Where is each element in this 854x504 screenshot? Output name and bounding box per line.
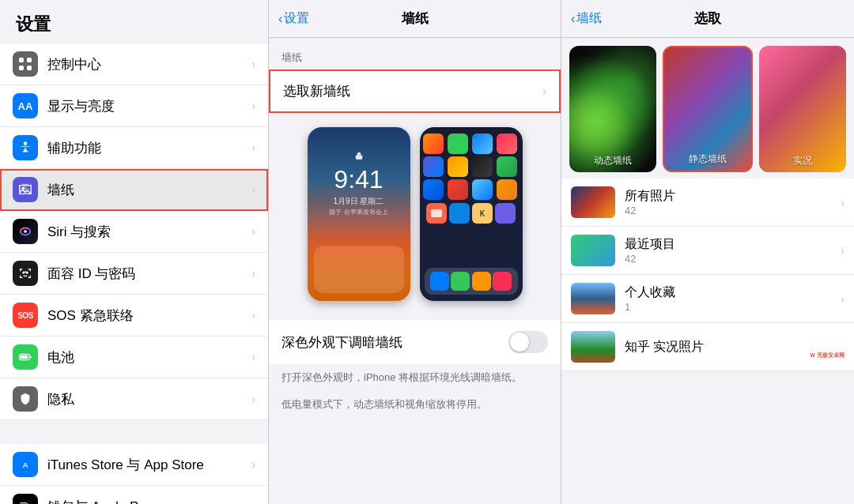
settings-list: 控制中心 › AA 显示与亮度 › 辅助功能 › (0, 43, 268, 504)
wallpaper-section-label: 墙纸 (269, 38, 561, 70)
chevron-icon: › (841, 244, 845, 257)
wallpaper-previews: 9:41 1月9日 星期二 摄于 在苹果发布会上 (269, 115, 561, 314)
chevron-icon: › (251, 183, 255, 196)
svg-rect-0 (19, 58, 24, 62)
lock-date2: 摄于 在苹果发布会上 (323, 208, 394, 216)
chevron-icon: › (251, 351, 255, 363)
cat-all-info: 所有照片 42 (625, 188, 841, 216)
back-label: 设置 (284, 10, 309, 27)
dark-mode-row: 深色外观下调暗墙纸 (269, 320, 561, 364)
control-center-icon (13, 51, 38, 77)
middle-back-button[interactable]: ‹ 设置 (278, 10, 309, 27)
select-chevron-icon: › (542, 85, 546, 98)
category-zhihu[interactable]: 知乎 实况照片 › W 无极安卓网 (561, 323, 854, 371)
wallpaper-type-row: 动态墙纸 静态墙纸 实况 (561, 38, 854, 172)
sidebar-item-faceid[interactable]: 面容 ID 与密码 › (0, 253, 268, 295)
category-list: 所有照片 42 › 最近项目 42 › 个人收藏 1 › (561, 179, 854, 504)
sidebar-item-itunes[interactable]: A iTunes Store 与 App Store › (0, 444, 268, 486)
dark-mode-desc1: 打开深色外观时，iPhone 将根据环境光线调暗墙纸。 (269, 364, 561, 391)
svg-rect-1 (27, 58, 32, 62)
svg-rect-3 (27, 66, 32, 70)
cat-all-name: 所有照片 (625, 188, 841, 205)
chevron-icon: › (251, 393, 255, 405)
right-panel: ‹ 墙纸 选取 动态墙纸 静态墙纸 实况 所有照片 42 › (561, 0, 854, 504)
svg-point-11 (24, 230, 27, 233)
right-title: 选取 (694, 9, 721, 28)
sidebar-label-battery: 电池 (47, 348, 251, 367)
sidebar-label-privacy: 隐私 (47, 390, 251, 408)
battery-icon (13, 344, 38, 370)
settings-title: 设置 (0, 0, 268, 43)
dynamic-label: 动态墙纸 (569, 154, 656, 167)
cat-favorites-info: 个人收藏 1 (625, 284, 841, 313)
live-label: 实况 (759, 154, 846, 167)
sidebar-item-siri[interactable]: Siri 与搜索 › (0, 211, 268, 253)
sos-icon: SOS (13, 303, 38, 328)
chevron-icon: › (251, 225, 255, 238)
wallpaper-type-static[interactable]: 静态墙纸 (663, 46, 753, 172)
svg-text:A: A (22, 461, 28, 469)
chevron-icon: › (841, 292, 845, 305)
lock-time: 9:41 (334, 165, 383, 194)
middle-title: 墙纸 (402, 9, 429, 28)
sidebar-label-siri: Siri 与搜索 (47, 223, 251, 241)
wallpaper-type-live[interactable]: 实况 (759, 46, 846, 172)
chevron-icon: › (251, 58, 255, 70)
watermark: W 无极安卓网 (803, 344, 851, 367)
wallpaper-type-dynamic[interactable]: 动态墙纸 (569, 46, 656, 172)
lock-screen-preview: 9:41 1月9日 星期二 摄于 在苹果发布会上 (308, 127, 410, 301)
sidebar-item-accessibility[interactable]: 辅助功能 › (0, 127, 268, 169)
wallet-icon (13, 494, 38, 504)
sidebar-label-display: 显示与亮度 (47, 97, 251, 115)
display-icon: AA (13, 93, 38, 118)
static-label: 静态墙纸 (664, 152, 751, 166)
right-back-button[interactable]: ‹ 墙纸 (571, 10, 602, 27)
sidebar-item-display[interactable]: AA 显示与亮度 › (0, 85, 268, 127)
sidebar-label-control-center: 控制中心 (47, 55, 251, 73)
cat-zhihu-thumb (571, 331, 615, 363)
chevron-icon: › (251, 309, 255, 322)
middle-panel: ‹ 设置 墙纸 墙纸 选取新墙纸 › 9:41 1月9日 星期二 摄于 在苹果发… (269, 0, 561, 504)
svg-rect-15 (29, 356, 31, 359)
sidebar-label-faceid: 面容 ID 与密码 (47, 265, 251, 283)
dark-mode-toggle[interactable] (508, 331, 548, 353)
cat-favorites-name: 个人收藏 (625, 284, 841, 301)
cat-recent-name: 最近项目 (625, 236, 841, 253)
svg-rect-16 (21, 355, 28, 359)
toggle-knob (510, 333, 529, 352)
sidebar-item-sos[interactable]: SOS SOS 紧急联络 › (0, 295, 268, 337)
sidebar-item-battery[interactable]: 电池 › (0, 337, 268, 378)
sidebar-item-wallpaper[interactable]: 墙纸 › (0, 169, 268, 211)
cat-recent-info: 最近项目 42 (625, 236, 841, 265)
home-screen-preview: K (420, 127, 523, 301)
svg-point-4 (24, 141, 28, 145)
group-gap (0, 420, 268, 444)
cat-recent-thumb (571, 235, 615, 266)
sidebar-item-privacy[interactable]: 隐私 › (0, 378, 268, 420)
category-recent[interactable]: 最近项目 42 › (561, 227, 854, 275)
chevron-icon: › (251, 458, 255, 471)
category-all-photos[interactable]: 所有照片 42 › (561, 179, 854, 227)
chevron-icon: › (251, 267, 255, 280)
cat-favorites-thumb (571, 283, 615, 314)
right-nav-header: ‹ 墙纸 选取 (561, 0, 854, 38)
svg-rect-2 (19, 66, 24, 70)
faceid-icon (13, 261, 38, 286)
sidebar-label-wallet: 钱包与 Apple Pay (47, 498, 251, 505)
svg-point-13 (26, 272, 28, 273)
sidebar-label-accessibility: 辅助功能 (47, 139, 251, 157)
lock-date: 1月9日 星期二 (334, 196, 384, 207)
sidebar-item-wallet[interactable]: 钱包与 Apple Pay › (0, 486, 268, 504)
privacy-icon (13, 386, 38, 412)
chevron-icon: › (251, 500, 255, 504)
select-wallpaper-row[interactable]: 选取新墙纸 › (269, 70, 561, 113)
cat-all-count: 42 (625, 205, 841, 216)
sidebar-item-control-center[interactable]: 控制中心 › (0, 43, 268, 85)
right-back-chevron-icon: ‹ (571, 12, 575, 26)
dark-mode-desc2: 低电量模式下，动态墙纸和视角缩放将停用。 (269, 391, 561, 418)
category-favorites[interactable]: 个人收藏 1 › (561, 275, 854, 323)
cat-recent-count: 42 (625, 253, 841, 265)
wallpaper-icon (13, 177, 38, 202)
siri-icon (13, 219, 38, 244)
chevron-icon: › (251, 100, 255, 112)
